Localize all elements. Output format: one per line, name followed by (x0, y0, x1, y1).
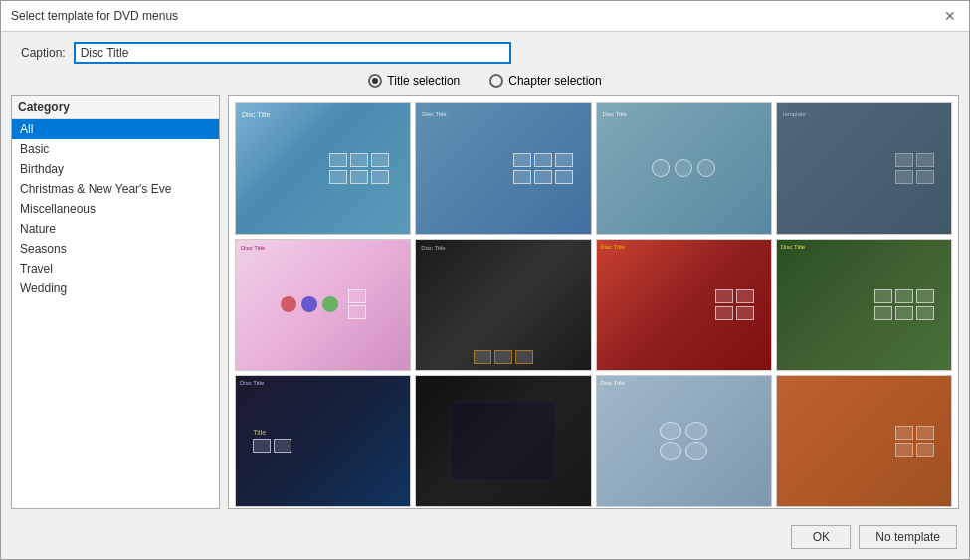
thumb-box (513, 153, 531, 167)
template-thumb-11[interactable]: Disc Title (596, 375, 772, 507)
category-item-wedding[interactable]: Wedding (12, 279, 219, 298)
category-item-birthday[interactable]: Birthday (12, 159, 219, 179)
caption-row: Caption: (1, 32, 969, 70)
thumb-box (371, 153, 389, 167)
category-item-misc[interactable]: Miscellaneous (12, 199, 219, 219)
dialog-title: Select template for DVD menus (11, 9, 178, 23)
category-list: All Basic Birthday Christmas & New Year'… (12, 119, 219, 508)
title-selection-label: Title selection (387, 74, 460, 88)
template-thumb-3[interactable]: Disc Title (596, 102, 772, 235)
balloon (281, 296, 296, 312)
template-thumb-5[interactable]: Disc Title (235, 239, 411, 371)
thumb-box (895, 426, 913, 440)
thumb-box (534, 153, 552, 167)
ok-button[interactable]: OK (791, 525, 851, 549)
thumb-box (895, 289, 913, 303)
thumb-box (916, 443, 934, 457)
thumb-box (736, 289, 754, 303)
thumb-circle (685, 422, 707, 440)
thumb-circle (652, 159, 670, 177)
templates-panel[interactable]: Disc Title (228, 95, 959, 509)
thumb-box (874, 306, 892, 320)
thumb-circle (685, 442, 707, 460)
balloon (301, 296, 317, 312)
category-item-nature[interactable]: Nature (12, 219, 219, 239)
category-panel: Category All Basic Birthday Christmas & … (11, 95, 220, 509)
category-item-all[interactable]: All (12, 119, 219, 139)
thumb-box (474, 350, 491, 364)
thumb-box (253, 439, 271, 453)
template-thumb-4[interactable]: template (776, 102, 952, 235)
title-bar: Select template for DVD menus ✕ (1, 1, 969, 32)
footer: OK No template (1, 519, 969, 559)
thumb-box (350, 170, 368, 184)
thumb-box (895, 153, 913, 167)
template-thumb-9[interactable]: Disc Title Title (235, 375, 411, 507)
template-thumb-6[interactable]: Disc Title (415, 239, 591, 371)
balloon (322, 296, 338, 312)
dark-overlay (451, 402, 555, 480)
template-thumb-12[interactable] (776, 375, 952, 507)
thumb-box (916, 306, 934, 320)
thumb-box (274, 439, 291, 453)
thumb-box (916, 170, 934, 184)
thumb-box (895, 170, 913, 184)
title-selection-radio[interactable] (368, 74, 382, 88)
thumb-box (736, 306, 754, 320)
main-content: Category All Basic Birthday Christmas & … (1, 95, 969, 519)
template-thumb-8[interactable]: Disc Title (776, 239, 952, 371)
template-overlay-12 (777, 376, 951, 506)
caption-input[interactable] (74, 42, 511, 64)
template-thumb-10[interactable] (415, 375, 591, 507)
title-selection-option[interactable]: Title selection (368, 74, 460, 88)
category-item-seasons[interactable]: Seasons (12, 239, 219, 259)
thumb-box (515, 350, 533, 364)
template-overlay-11 (597, 376, 771, 506)
template-overlay-5 (236, 240, 410, 370)
template-overlay-4 (777, 103, 951, 234)
caption-label: Caption: (21, 46, 66, 60)
category-item-basic[interactable]: Basic (12, 139, 219, 159)
template-overlay-9: Title (236, 376, 410, 506)
thumb-box (555, 170, 573, 184)
template-overlay-8 (777, 240, 951, 370)
thumb-box (715, 306, 733, 320)
chapter-selection-radio[interactable] (489, 74, 503, 88)
thumb-circle (697, 159, 715, 177)
chapter-selection-label: Chapter selection (508, 74, 601, 88)
template-overlay-7 (597, 240, 771, 370)
template-overlay-10 (416, 376, 590, 506)
template-thumb-2[interactable]: Disc Title (415, 102, 591, 235)
no-template-button[interactable]: No template (859, 525, 957, 549)
thumb-circle (660, 422, 681, 440)
category-item-travel[interactable]: Travel (12, 259, 219, 279)
thumb-box (895, 443, 913, 457)
thumb-box (371, 170, 389, 184)
template-overlay-3 (597, 103, 771, 234)
templates-grid: Disc Title (229, 96, 958, 509)
thumb-box (916, 153, 934, 167)
thumb-box (874, 289, 892, 303)
thumb-box (895, 306, 913, 320)
category-header: Category (12, 96, 219, 119)
thumb-box (329, 170, 347, 184)
thumb-box (350, 153, 368, 167)
template-thumb-1[interactable]: Disc Title (235, 102, 411, 235)
thumb-circle (660, 442, 681, 460)
radio-row: Title selection Chapter selection (1, 70, 969, 95)
template-overlay-6 (416, 240, 590, 370)
thumb-box (534, 170, 552, 184)
thumb-box (494, 350, 512, 364)
thumb-box (555, 153, 573, 167)
thumb-box (715, 289, 733, 303)
thumb-box (513, 170, 531, 184)
thumb-box (348, 305, 366, 319)
thumb-box (916, 426, 934, 440)
category-item-christmas[interactable]: Christmas & New Year's Eve (12, 179, 219, 199)
close-button[interactable]: ✕ (941, 7, 959, 25)
template-thumb-7[interactable]: Disc Title (596, 239, 772, 371)
chapter-selection-option[interactable]: Chapter selection (489, 74, 601, 88)
thumb-box (348, 289, 366, 303)
dialog: Select template for DVD menus ✕ Caption:… (0, 0, 970, 560)
thumb-box (916, 289, 934, 303)
